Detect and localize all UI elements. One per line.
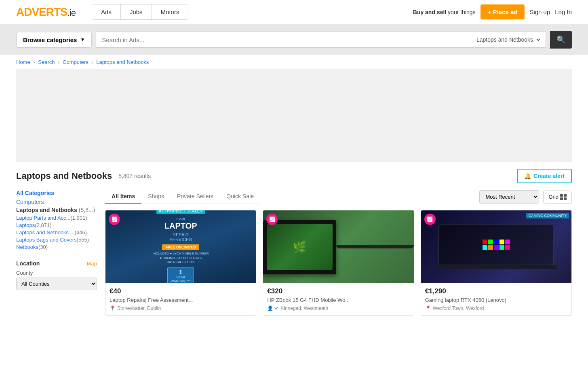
breadcrumb-separator-3: › (91, 59, 93, 65)
category-select[interactable]: Laptops and Netbooks All Categories Comp… (473, 32, 542, 47)
buy-sell-text: Buy and sell your things (413, 9, 476, 15)
bell-icon: 🔔 (524, 173, 531, 179)
location-header: Location Map (16, 260, 97, 267)
product-title: Gaming laptop RTX 4060 (Lenovo) (425, 297, 567, 303)
nav-tab-motors[interactable]: Motors (152, 4, 188, 19)
create-alert-label: Create alert (533, 173, 565, 179)
search-icon: 🔍 (556, 36, 565, 44)
sidebar-sub-laptop-bags[interactable]: Laptops Bags and Covers(555) (16, 237, 97, 243)
product-location: 📍 Stoneybatter, Dublin (110, 305, 252, 311)
sidebar: All Categories Computers Laptops and Net… (16, 190, 97, 316)
product-info: €40 Laptop Repairs| Free Assessment... 📍… (105, 283, 256, 315)
product-price: €40 (110, 287, 252, 295)
search-input[interactable] (96, 32, 469, 47)
nav-tab-ads[interactable]: Ads (92, 4, 121, 19)
logo-main: ADVERTS (16, 6, 67, 18)
product-location: 👤 ✔ Kinnegad, Westmeath (267, 305, 409, 311)
product-badge: 📈 (424, 214, 436, 225)
page-header: Laptops and Netbooks 5,807 results 🔔 Cre… (16, 169, 572, 183)
header: ADVERTS.ie Ads Jobs Motors Buy and sell … (0, 0, 588, 24)
grid-icon (560, 194, 567, 200)
trending-icon: 📈 (427, 216, 433, 222)
product-card[interactable]: 🌿 📈 €320 HP ZBook 15 G4 FHD Mobile Wo...… (263, 210, 414, 316)
search-button[interactable]: 🔍 (550, 31, 572, 49)
results-count: 5,807 results (118, 173, 151, 179)
tab-shops[interactable]: Shops (141, 190, 171, 204)
product-image: GAMING COMMUNITY (421, 210, 571, 283)
location-title: Location (16, 260, 40, 267)
breadcrumb-separator-1: › (33, 59, 35, 65)
place-ad-button[interactable]: + Place ad (481, 4, 525, 19)
tab-all-items[interactable]: All Items (105, 190, 141, 204)
site-logo[interactable]: ADVERTS.ie (16, 6, 76, 19)
logo-suffix: .ie (67, 8, 76, 18)
location-icon: 📍 (110, 305, 116, 311)
trending-icon: 📈 (112, 216, 118, 222)
user-icon: 👤 (267, 305, 273, 311)
breadcrumb: Home › Search › Computers › Laptops and … (0, 55, 588, 69)
sidebar-sub-netbooks[interactable]: Netbooks(30) (16, 244, 97, 250)
category-select-wrapper: Laptops and Netbooks All Categories Comp… (469, 32, 546, 47)
product-location: 📍 Wexford Town, Wexford (425, 305, 567, 311)
sidebar-sub-laptops[interactable]: Laptops(2,871) (16, 222, 97, 228)
listings-area: All Items Shops Private Sellers Quick Sa… (105, 190, 572, 316)
breadcrumb-home[interactable]: Home (16, 59, 30, 65)
grid-label: Grid (548, 194, 558, 200)
breadcrumb-computers[interactable]: Computers (63, 59, 89, 65)
product-info: €320 HP ZBook 15 G4 FHD Mobile Wo... 👤 ✔… (263, 283, 413, 315)
listings-tabs: All Items Shops Private Sellers Quick Sa… (105, 190, 260, 204)
search-input-wrapper: Laptops and Netbooks All Categories Comp… (96, 32, 546, 48)
product-info: €1,290 Gaming laptop RTX 4060 (Lenovo) 📍… (421, 283, 571, 315)
breadcrumb-search[interactable]: Search (38, 59, 55, 65)
breadcrumb-laptops-netbooks[interactable]: Laptops and Netbooks (96, 59, 149, 65)
product-badge: 📈 (109, 214, 120, 225)
browse-categories-label: Browse categories (23, 36, 77, 43)
trending-icon: 📈 (269, 216, 275, 222)
sidebar-laptops-netbooks: Laptops and Netbooks (5,8...) (16, 207, 97, 213)
create-alert-button[interactable]: 🔔 Create alert (517, 169, 572, 183)
verify-icon: ✔ (275, 305, 279, 311)
county-select[interactable]: All Counties Dublin Cork Galway Limerick… (16, 278, 97, 290)
main-content: Laptops and Netbooks 5,807 results 🔔 Cre… (0, 169, 588, 316)
browse-categories-button[interactable]: Browse categories ▼ (16, 32, 92, 48)
sidebar-sub-laptop-parts[interactable]: Laptop Parts and Acc...(1,901) (16, 215, 97, 221)
map-link[interactable]: Map (87, 261, 97, 267)
tab-private-sellers[interactable]: Private Sellers (171, 190, 220, 204)
sidebar-sub-laptops-netbooks[interactable]: Laptops and Netbooks ...(446) (16, 229, 97, 235)
main-nav: Ads Jobs Motors (92, 4, 188, 20)
county-label: County (16, 270, 97, 276)
product-image: 🌿 📈 (263, 210, 413, 283)
page-title: Laptops and Netbooks (16, 171, 112, 181)
sidebar-divider (16, 255, 97, 255)
tab-quick-sale[interactable]: Quick Sale (220, 190, 260, 204)
product-title: Laptop Repairs| Free Assessment... (110, 297, 252, 303)
product-price: €1,290 (425, 287, 567, 295)
ad-banner (16, 69, 572, 162)
product-title: HP ZBook 15 G4 FHD Mobile Wo... (267, 297, 409, 303)
header-right: Buy and sell your things + Place ad Sign… (413, 4, 572, 19)
sign-up-button[interactable]: Sign up (529, 8, 550, 15)
grid-view-button[interactable]: Grid (543, 191, 572, 204)
product-image: COMPUTER CLINIC AUTHORISED DEALER mx.ie … (105, 210, 256, 283)
product-grid: COMPUTER CLINIC AUTHORISED DEALER mx.ie … (105, 210, 572, 316)
breadcrumb-separator-2: › (58, 59, 59, 65)
chevron-down-icon: ▼ (80, 37, 85, 42)
search-bar-area: Browse categories ▼ Laptops and Netbooks… (0, 24, 588, 55)
location-icon: 📍 (425, 305, 431, 311)
sort-select[interactable]: Most Recent Price: Low to High Price: Hi… (479, 190, 539, 204)
product-price: €320 (267, 287, 409, 295)
product-card[interactable]: COMPUTER CLINIC AUTHORISED DEALER mx.ie … (105, 210, 256, 316)
sidebar-all-categories[interactable]: All Categories (16, 190, 97, 196)
sidebar-computers[interactable]: Computers (16, 199, 97, 205)
product-card[interactable]: GAMING COMMUNITY (421, 210, 572, 316)
content-layout: All Categories Computers Laptops and Net… (16, 190, 572, 316)
listings-controls: Most Recent Price: Low to High Price: Hi… (479, 190, 572, 204)
log-in-button[interactable]: Log In (555, 8, 572, 15)
nav-tab-jobs[interactable]: Jobs (121, 4, 152, 19)
